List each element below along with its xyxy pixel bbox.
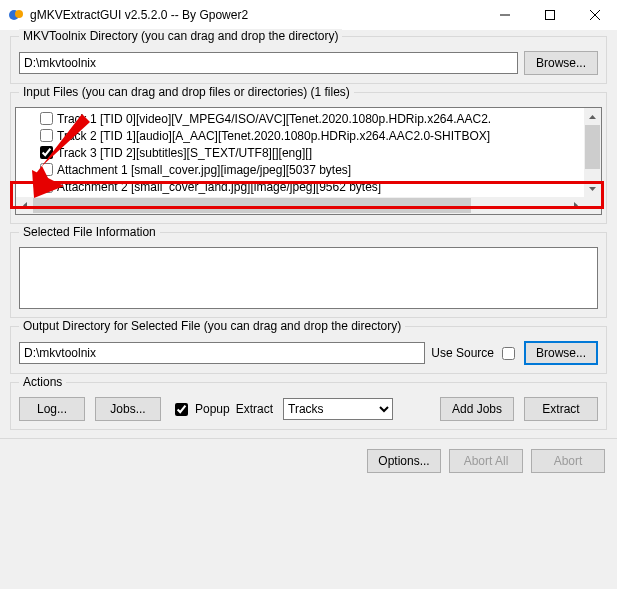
options-button[interactable]: Options...	[367, 449, 441, 473]
app-icon	[8, 7, 24, 23]
output-path-input[interactable]	[19, 342, 425, 364]
track-label: Track 3 [TID 2][subtitles][S_TEXT/UTF8][…	[57, 146, 312, 160]
footer: Options... Abort All Abort	[0, 438, 617, 473]
horizontal-scrollbar[interactable]	[16, 197, 584, 214]
track-row[interactable]: Attachment 2 [small_cover_land.jpg][imag…	[16, 178, 584, 195]
track-row[interactable]: Attachment 1 [small_cover.jpg][image/jpe…	[16, 161, 584, 178]
track-row[interactable]: Track 2 [TID 1][audio][A_AAC][Tenet.2020…	[16, 127, 584, 144]
track-checkbox[interactable]	[40, 163, 53, 176]
window-title: gMKVExtractGUI v2.5.2.0 -- By Gpower2	[30, 8, 482, 22]
track-row[interactable]: Track 3 [TID 2][subtitles][S_TEXT/UTF8][…	[16, 144, 584, 161]
extract-label: Extract	[236, 402, 273, 416]
input-files-group-label: Input Files (you can drag and drop files…	[19, 85, 354, 99]
selected-file-info-box[interactable]	[19, 247, 598, 309]
mkvtoolnix-browse-button[interactable]: Browse...	[524, 51, 598, 75]
abort-button[interactable]: Abort	[531, 449, 605, 473]
track-checkbox[interactable]	[40, 146, 53, 159]
track-list[interactable]: Track 1 [TID 0][video][V_MPEG4/ISO/AVC][…	[15, 107, 602, 215]
mkvtoolnix-path-input[interactable]	[19, 52, 518, 74]
track-checkbox[interactable]	[40, 112, 53, 125]
mkvtoolnix-directory-group: MKVToolnix Directory (you can drag and d…	[10, 36, 607, 84]
track-label: Attachment 1 [small_cover.jpg][image/jpe…	[57, 163, 351, 177]
vscroll-thumb[interactable]	[585, 125, 600, 169]
scroll-right-icon[interactable]	[567, 197, 584, 214]
input-files-group: Input Files (you can drag and drop files…	[10, 92, 607, 224]
svg-rect-3	[545, 11, 554, 20]
track-row[interactable]: Track 1 [TID 0][video][V_MPEG4/ISO/AVC][…	[16, 110, 584, 127]
minimize-button[interactable]	[482, 0, 527, 30]
jobs-button[interactable]: Jobs...	[95, 397, 161, 421]
selected-file-info-group: Selected File Information	[10, 232, 607, 318]
scroll-left-icon[interactable]	[16, 197, 33, 214]
use-source-label: Use Source	[431, 346, 494, 360]
abort-all-button[interactable]: Abort All	[449, 449, 523, 473]
close-button[interactable]	[572, 0, 617, 30]
log-button[interactable]: Log...	[19, 397, 85, 421]
track-label: Attachment 2 [small_cover_land.jpg][imag…	[57, 180, 381, 194]
track-label: Track 1 [TID 0][video][V_MPEG4/ISO/AVC][…	[57, 112, 491, 126]
output-directory-label: Output Directory for Selected File (you …	[19, 319, 405, 333]
track-label: Track 2 [TID 1][audio][A_AAC][Tenet.2020…	[57, 129, 490, 143]
mkvtoolnix-group-label: MKVToolnix Directory (you can drag and d…	[19, 29, 342, 43]
add-jobs-button[interactable]: Add Jobs	[440, 397, 514, 421]
scroll-up-icon[interactable]	[584, 108, 601, 125]
selected-file-info-label: Selected File Information	[19, 225, 160, 239]
scroll-corner	[584, 197, 601, 214]
actions-group-label: Actions	[19, 375, 66, 389]
popup-checkbox-wrap[interactable]: Popup	[171, 400, 230, 419]
output-browse-button[interactable]: Browse...	[524, 341, 598, 365]
popup-label: Popup	[195, 402, 230, 416]
use-source-checkbox[interactable]	[502, 347, 515, 360]
svg-point-1	[15, 10, 23, 18]
extract-target-select[interactable]: Tracks	[283, 398, 393, 420]
scroll-down-icon[interactable]	[584, 180, 601, 197]
titlebar: gMKVExtractGUI v2.5.2.0 -- By Gpower2	[0, 0, 617, 30]
maximize-button[interactable]	[527, 0, 572, 30]
vertical-scrollbar[interactable]	[584, 108, 601, 197]
actions-group: Actions Log... Jobs... Popup Extract Tra…	[10, 382, 607, 430]
popup-checkbox[interactable]	[175, 403, 188, 416]
output-directory-group: Output Directory for Selected File (you …	[10, 326, 607, 374]
track-checkbox[interactable]	[40, 129, 53, 142]
track-checkbox[interactable]	[40, 180, 53, 193]
extract-button[interactable]: Extract	[524, 397, 598, 421]
hscroll-thumb[interactable]	[33, 198, 471, 213]
use-source-checkbox-wrap[interactable]: Use Source	[431, 344, 518, 363]
